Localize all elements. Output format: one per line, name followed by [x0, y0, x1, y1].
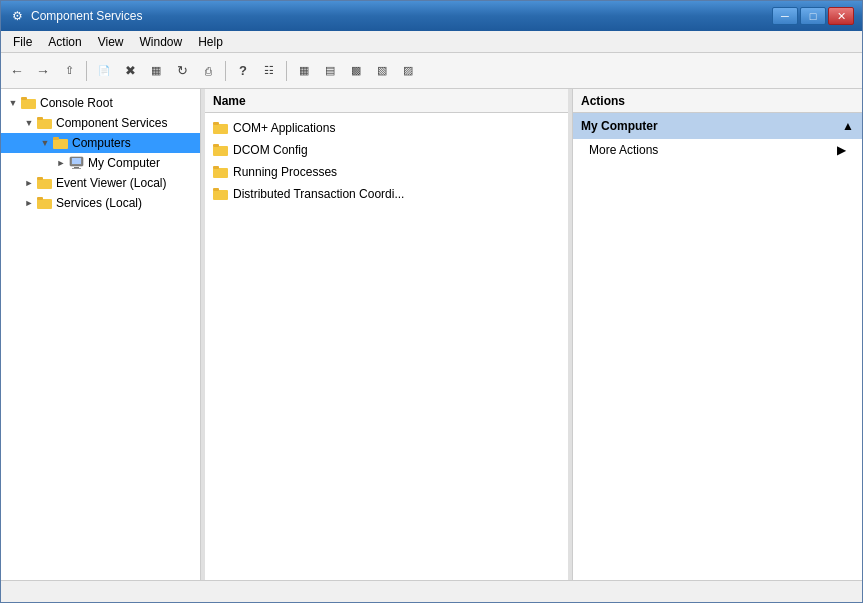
menu-action[interactable]: Action — [40, 33, 89, 51]
title-bar-buttons: ─ □ ✕ — [772, 7, 854, 25]
svg-rect-4 — [53, 139, 68, 149]
svg-rect-14 — [213, 124, 228, 134]
folder-icon-component-services — [37, 115, 53, 131]
back-button[interactable]: ← — [5, 59, 29, 83]
folder-icon-computers — [53, 135, 69, 151]
content-pane: Name COM+ Applications — [205, 89, 568, 580]
menu-window[interactable]: Window — [132, 33, 191, 51]
actions-item-arrow-more-actions: ▶ — [837, 143, 846, 157]
toolbar-sep-3 — [286, 61, 287, 81]
view1-button[interactable]: ▦ — [292, 59, 316, 83]
content-item-running-processes[interactable]: Running Processes — [205, 161, 568, 183]
expand-icon-my-computer: ► — [53, 155, 69, 171]
content-item-com-apps[interactable]: COM+ Applications — [205, 117, 568, 139]
main-area: ▼ Console Root ▼ Compo — [1, 89, 862, 580]
view5-button[interactable]: ▨ — [396, 59, 420, 83]
folder-icon-console-root — [21, 95, 37, 111]
forward-button[interactable]: → — [31, 59, 55, 83]
actions-item-more-actions[interactable]: More Actions ▶ — [573, 139, 862, 161]
properties-button[interactable]: ▦ — [144, 59, 168, 83]
folder-icon-event-viewer — [37, 175, 53, 191]
export-button[interactable]: ⎙ — [196, 59, 220, 83]
computer-icon-my-computer — [69, 155, 85, 171]
svg-rect-12 — [37, 199, 52, 209]
folder-icon-running-processes — [213, 164, 229, 180]
folder-icon-distributed-tx — [213, 186, 229, 202]
menu-help[interactable]: Help — [190, 33, 231, 51]
svg-rect-7 — [72, 158, 81, 164]
view2-button[interactable]: ▤ — [318, 59, 342, 83]
toolbar: ← → ⇧ 📄 ✖ ▦ ↻ ⎙ ? ☷ ▦ ▤ ▩ ▧ ▨ — [1, 53, 862, 89]
svg-rect-18 — [213, 168, 228, 178]
tree-node-computers[interactable]: ▼ Computers — [1, 133, 200, 153]
tree-pane: ▼ Console Root ▼ Compo — [1, 89, 201, 580]
svg-rect-0 — [21, 99, 36, 109]
content-item-label-dcom-config: DCOM Config — [233, 143, 308, 157]
expand-icon-event-viewer: ► — [21, 175, 37, 191]
svg-rect-20 — [213, 190, 228, 200]
maximize-button[interactable]: □ — [800, 7, 826, 25]
content-header: Name — [205, 89, 568, 113]
folder-icon-services-local — [37, 195, 53, 211]
expand-icon-console-root: ▼ — [5, 95, 21, 111]
svg-rect-21 — [213, 188, 219, 191]
view4-button[interactable]: ▧ — [370, 59, 394, 83]
svg-rect-11 — [37, 177, 43, 180]
delete-button[interactable]: ✖ — [118, 59, 142, 83]
menu-file[interactable]: File — [5, 33, 40, 51]
status-bar — [1, 580, 862, 602]
title-bar-title: Component Services — [31, 9, 772, 23]
svg-rect-19 — [213, 166, 219, 169]
svg-rect-13 — [37, 197, 43, 200]
actions-header: Actions — [573, 89, 862, 113]
toolbar-sep-1 — [86, 61, 87, 81]
node-label-event-viewer: Event Viewer (Local) — [56, 176, 167, 190]
content-item-label-running-processes: Running Processes — [233, 165, 337, 179]
expand-icon-component-services: ▼ — [21, 115, 37, 131]
content-item-distributed-tx[interactable]: Distributed Transaction Coordi... — [205, 183, 568, 205]
show-console-button[interactable]: 📄 — [92, 59, 116, 83]
tree-node-event-viewer[interactable]: ► Event Viewer (Local) — [1, 173, 200, 193]
svg-rect-10 — [37, 179, 52, 189]
refresh-button[interactable]: ↻ — [170, 59, 194, 83]
tree-node-console-root[interactable]: ▼ Console Root — [1, 93, 200, 113]
svg-rect-16 — [213, 146, 228, 156]
node-label-computers: Computers — [72, 136, 131, 150]
actions-section-collapse-icon: ▲ — [842, 119, 854, 133]
svg-rect-9 — [72, 168, 81, 169]
title-bar-icon: ⚙ — [9, 8, 25, 24]
content-item-label-distributed-tx: Distributed Transaction Coordi... — [233, 187, 404, 201]
svg-rect-17 — [213, 144, 219, 147]
up-button[interactable]: ⇧ — [57, 59, 81, 83]
tree-node-component-services[interactable]: ▼ Component Services — [1, 113, 200, 133]
content-item-label-com-apps: COM+ Applications — [233, 121, 335, 135]
content-item-dcom-config[interactable]: DCOM Config — [205, 139, 568, 161]
node-label-component-services: Component Services — [56, 116, 167, 130]
close-button[interactable]: ✕ — [828, 7, 854, 25]
svg-rect-2 — [37, 119, 52, 129]
main-window: ⚙ Component Services ─ □ ✕ File Action V… — [0, 0, 863, 603]
actions-item-label-more-actions: More Actions — [589, 143, 658, 157]
node-label-my-computer: My Computer — [88, 156, 160, 170]
folder-icon-com-apps — [213, 120, 229, 136]
tree-node-services-local[interactable]: ► Services (Local) — [1, 193, 200, 213]
list-button[interactable]: ☷ — [257, 59, 281, 83]
menu-bar: File Action View Window Help — [1, 31, 862, 53]
svg-rect-5 — [53, 137, 59, 140]
node-label-services-local: Services (Local) — [56, 196, 142, 210]
folder-icon-dcom-config — [213, 142, 229, 158]
tree-node-my-computer[interactable]: ► My Computer — [1, 153, 200, 173]
menu-view[interactable]: View — [90, 33, 132, 51]
actions-pane: Actions My Computer ▲ More Actions ▶ — [572, 89, 862, 580]
expand-icon-services-local: ► — [21, 195, 37, 211]
expand-icon-computers: ▼ — [37, 135, 53, 151]
node-label-console-root: Console Root — [40, 96, 113, 110]
actions-section-my-computer[interactable]: My Computer ▲ — [573, 113, 862, 139]
svg-rect-3 — [37, 117, 43, 120]
actions-header-label: Actions — [581, 94, 625, 108]
svg-rect-1 — [21, 97, 27, 100]
view3-button[interactable]: ▩ — [344, 59, 368, 83]
svg-rect-15 — [213, 122, 219, 125]
minimize-button[interactable]: ─ — [772, 7, 798, 25]
help-button[interactable]: ? — [231, 59, 255, 83]
